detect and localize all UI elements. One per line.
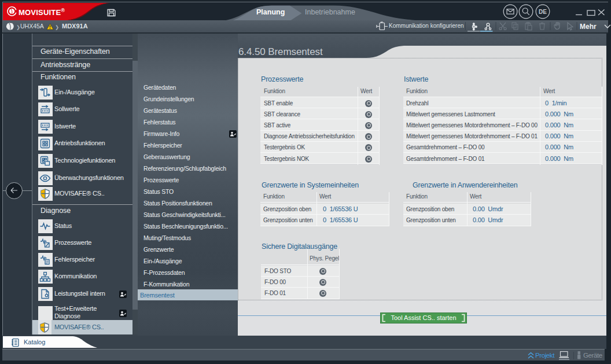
svg-text:DE: DE [539,9,547,15]
